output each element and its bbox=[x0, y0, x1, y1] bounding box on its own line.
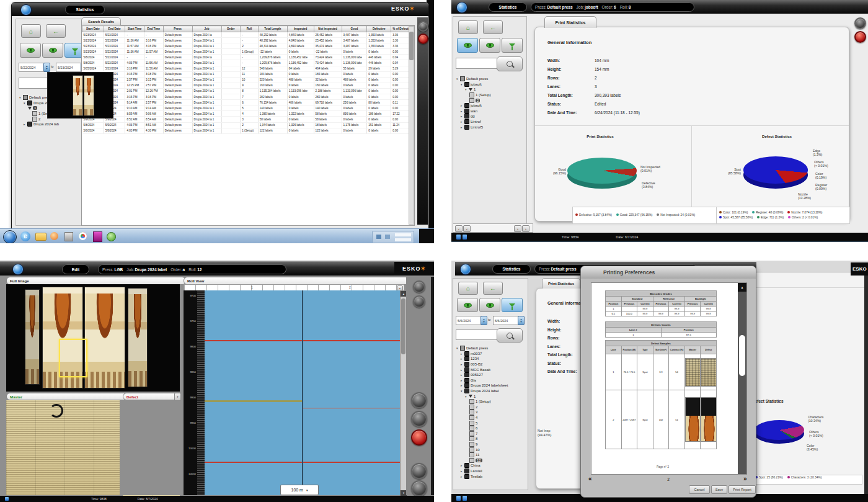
settings-tool-button[interactable] bbox=[411, 463, 427, 479]
tree-item[interactable]: 9 bbox=[455, 442, 526, 447]
column-header[interactable]: Job bbox=[192, 26, 221, 32]
status-icon[interactable] bbox=[456, 496, 461, 501]
back-button[interactable]: ← bbox=[46, 24, 66, 38]
system-tray[interactable] bbox=[372, 231, 414, 243]
table-row[interactable]: 5/23/20245/23/202412:25 PM2:57 PMDefault… bbox=[82, 83, 414, 88]
tree-item[interactable]: 2 bbox=[455, 405, 526, 410]
search-button[interactable] bbox=[497, 56, 523, 71]
tree-expander-icon[interactable]: ▸ bbox=[461, 125, 464, 129]
column-header[interactable]: Press bbox=[163, 26, 192, 32]
tree-item[interactable]: ▸Drupa 2024 labelsheet bbox=[455, 383, 526, 388]
defect-line[interactable] bbox=[205, 340, 302, 341]
save-button[interactable]: Save bbox=[711, 485, 727, 494]
table-row[interactable]: 5/9/20245/9/20248:59 AM9:06 AMDefault pr… bbox=[82, 111, 414, 117]
tree-item[interactable]: ▸wan bbox=[455, 109, 525, 114]
tree-item[interactable]: ▸China bbox=[455, 463, 526, 468]
tree-expander-icon[interactable]: ▸ bbox=[461, 368, 464, 372]
table-scrollbar[interactable] bbox=[409, 26, 414, 225]
column-header[interactable]: Not Inspected bbox=[314, 26, 342, 32]
page-next-button[interactable]: › bbox=[514, 225, 521, 232]
tree-item[interactable]: ▸MCC Basalt bbox=[455, 367, 526, 372]
table-row[interactable]: 5/9/20245/23/20249:14 AM2:57 PMDefault p… bbox=[82, 100, 414, 105]
table-row[interactable]: 5/9/20245/9/20248:52 AM8:54 AMDefault pr… bbox=[82, 117, 414, 122]
home-button[interactable]: ⌂ bbox=[21, 24, 41, 38]
window-titlebar[interactable]: Statistics ESKO✶ bbox=[12, 2, 428, 16]
marker-line[interactable] bbox=[303, 408, 400, 409]
taskbar-app-icon-magenta[interactable] bbox=[93, 231, 102, 242]
tree-item[interactable]: 1 (Setup) bbox=[455, 399, 526, 405]
table-row[interactable]: 5/8/20245/9/20244:03 PM8:51 AMDefault pr… bbox=[82, 122, 414, 128]
master-panel-header[interactable]: Master bbox=[6, 393, 127, 400]
filter-active-button[interactable] bbox=[502, 298, 523, 312]
tree-item[interactable]: ▸Drupa 2024 lab bbox=[18, 122, 87, 127]
cancel-button[interactable]: Cancel bbox=[689, 485, 710, 494]
table-row[interactable]: 5/23/20245/23/202411:57 AM3:16 PMDefault… bbox=[82, 43, 414, 49]
tree-item[interactable]: ▾jobsoft bbox=[455, 82, 525, 87]
tree-item[interactable]: 4 bbox=[455, 415, 526, 421]
taskbar-chrome-icon[interactable] bbox=[79, 232, 87, 240]
table-row[interactable]: 5/9/20245/23/20243:15 PM3:16 PMDefault p… bbox=[82, 94, 414, 100]
column-header[interactable]: Good bbox=[342, 26, 367, 32]
home-button[interactable]: ⌂ bbox=[458, 282, 478, 295]
column-header[interactable]: Start Time bbox=[125, 26, 144, 32]
filter-rolls-button[interactable] bbox=[20, 43, 41, 58]
scroll-up-button[interactable]: ▲ bbox=[738, 283, 746, 292]
tree-expander-icon[interactable]: ▸ bbox=[461, 109, 464, 113]
tree-item[interactable]: ▸m0037 bbox=[455, 351, 526, 357]
camera-tool-button[interactable] bbox=[411, 480, 427, 496]
back-button[interactable]: ← bbox=[483, 282, 503, 295]
splice-line[interactable] bbox=[205, 400, 302, 402]
tree-item[interactable]: 11 bbox=[455, 452, 526, 458]
tool-circle-button[interactable] bbox=[413, 295, 425, 308]
tree-expander-icon[interactable]: ▸ bbox=[461, 469, 464, 473]
home-button[interactable]: ⌂ bbox=[458, 20, 478, 34]
date-to-spinner[interactable]: ▲▼ bbox=[518, 316, 525, 325]
tree-item[interactable]: ▸Lintrof5 bbox=[455, 124, 525, 130]
table-row[interactable]: 5/23/20245/23/202411:36 AM3:16 PMDefault… bbox=[82, 38, 414, 43]
statistics-mode-button[interactable]: Statistics bbox=[492, 264, 531, 274]
tool-circle-button[interactable] bbox=[413, 280, 425, 293]
tree-expander-icon[interactable]: ▾ bbox=[465, 87, 468, 91]
table-row[interactable]: 5/23/20245/23/2024--Default pressDrupa 2… bbox=[82, 32, 414, 38]
tree-item[interactable]: ▸Testlab bbox=[455, 473, 526, 479]
status-icon[interactable] bbox=[5, 497, 9, 501]
tree-item[interactable]: 5 bbox=[455, 420, 526, 426]
tab-search-results[interactable]: Search Results bbox=[81, 17, 121, 25]
scale-select[interactable]: 100 m▾ bbox=[280, 485, 319, 495]
tree-item[interactable]: ▸005127 bbox=[455, 372, 526, 378]
pan-tool-button[interactable] bbox=[411, 411, 427, 427]
column-header[interactable]: Inspected bbox=[287, 26, 314, 32]
roll-map[interactable] bbox=[205, 290, 400, 495]
table-row[interactable]: 5/23/20245/23/20243:15 PM3:18 PMDefault … bbox=[82, 71, 414, 77]
defect-line[interactable] bbox=[205, 462, 302, 463]
page-first-button[interactable]: ‹ bbox=[455, 225, 463, 232]
column-header[interactable]: Order bbox=[221, 26, 241, 32]
date-from-input[interactable]: 5/22/2024 bbox=[19, 63, 46, 72]
print-report-button[interactable]: Print Report bbox=[728, 485, 756, 494]
tool-circle-button[interactable] bbox=[418, 21, 428, 32]
tree-item[interactable]: ▸1234 bbox=[455, 356, 526, 362]
status-icon[interactable] bbox=[456, 235, 461, 240]
tab-print-statistics[interactable]: Print Statistics bbox=[544, 16, 596, 28]
tree-expander-icon[interactable]: ▾ bbox=[461, 389, 464, 393]
tree-expander-icon[interactable]: ▸ bbox=[461, 120, 464, 123]
tree-expander-icon[interactable]: ▸ bbox=[461, 114, 464, 118]
defect-panel-dropdown-button[interactable]: ▾ bbox=[174, 393, 181, 401]
status-icon[interactable] bbox=[463, 235, 467, 240]
window-titlebar[interactable]: Edit Press:LGB Job:Drupa 2024 label Orde… bbox=[0, 262, 434, 276]
defect-panel-header[interactable]: Defect bbox=[123, 393, 180, 400]
record-tool-button[interactable] bbox=[411, 429, 427, 446]
tree-expander-icon[interactable]: ▸ bbox=[461, 373, 464, 377]
master-image[interactable] bbox=[6, 400, 120, 495]
tree-item[interactable]: ▸Lamisil bbox=[455, 468, 526, 474]
tree-item[interactable]: 6 bbox=[455, 426, 526, 431]
filter-rolls-button[interactable] bbox=[502, 38, 523, 53]
tree-item[interactable]: ▾Drupa 2024 label bbox=[455, 388, 526, 394]
tool-circle-button[interactable] bbox=[854, 17, 866, 29]
tree-item[interactable]: 2 bbox=[455, 97, 525, 103]
taskbar-app-icon-gray[interactable] bbox=[64, 232, 73, 241]
table-row[interactable]: 5/23/20245/23/20242:01 PM12:26 PMDefault… bbox=[82, 88, 414, 94]
column-header[interactable]: Start Date bbox=[82, 26, 104, 32]
table-row[interactable]: 5/8/20245/8/20244:03 PM4:30 PMDefault pr… bbox=[82, 128, 414, 133]
search-input[interactable] bbox=[456, 58, 498, 69]
